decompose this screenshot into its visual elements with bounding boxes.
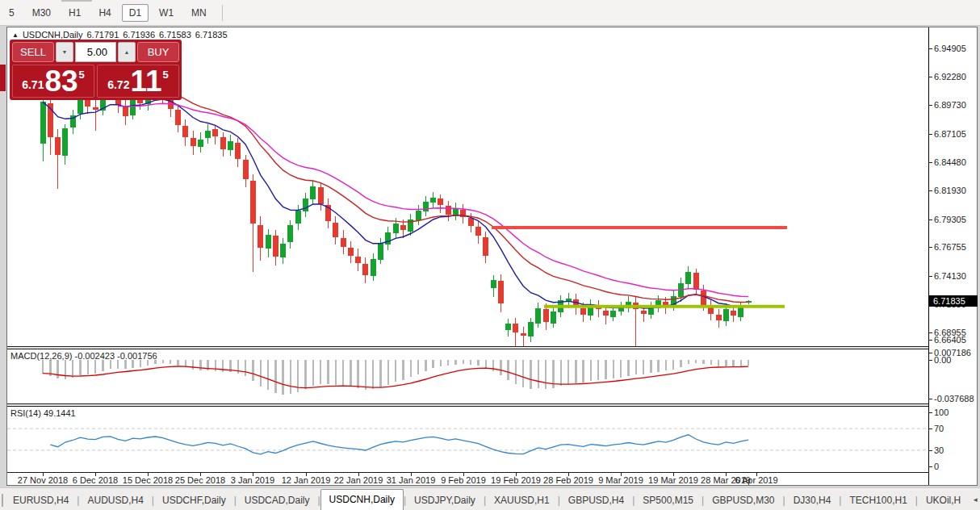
time-axis-label: 6 Dec 2018 <box>73 475 118 485</box>
price-tick <box>929 48 932 49</box>
price-tick <box>929 247 932 248</box>
ohlc-high: 6.71936 <box>123 30 155 40</box>
timeframe-button-m30[interactable]: M30 <box>25 4 58 22</box>
rsi-tick <box>929 450 932 451</box>
rsi-panel[interactable]: RSI(14) 49.1441 <box>7 407 928 472</box>
buy-price-big: 11 <box>130 68 161 95</box>
price-axis-label: 6.81930 <box>934 186 966 195</box>
chart-tab-tech100[interactable]: TECH100,H1 <box>841 491 915 510</box>
volume-increase-button[interactable]: ▲ <box>118 42 136 62</box>
spinner-down-icon: ▼ <box>62 49 68 55</box>
price-axis-label: 6.92280 <box>934 72 966 82</box>
chart-tab-usdchf[interactable]: USDCHF,Daily <box>154 491 234 510</box>
panel-splitter[interactable] <box>7 346 928 349</box>
buy-quote[interactable]: 6.72 11 5 <box>97 65 179 98</box>
chart-symbol-label: USDCNH,Daily <box>23 30 83 40</box>
volume-decrease-button[interactable]: ▼ <box>56 42 73 62</box>
toolbar-separator <box>222 5 223 21</box>
tab-scroll-buttons: ◄► <box>969 496 980 510</box>
macd-panel[interactable]: MACD(12,26,9) -0.002423 -0.001756 <box>7 349 928 403</box>
chart-tab-eurusd[interactable]: EURUSD,H4 <box>5 491 77 510</box>
chart-tab-dj30[interactable]: DJ30,H4 <box>785 491 840 510</box>
macd-axis-label: 0.00 <box>934 355 951 365</box>
chart-tab-sp500[interactable]: SP500,M15 <box>634 491 701 510</box>
time-axis-label: 9 Feb 2019 <box>441 475 486 485</box>
chart-tab-usdcad[interactable]: USDCAD,Daily <box>237 491 318 510</box>
macd-tick <box>929 399 932 399</box>
rsi-indicator-label: RSI(14) 49.1441 <box>10 408 76 418</box>
volume-input[interactable]: 5.00 <box>75 42 116 62</box>
background-window-fragment <box>0 65 6 91</box>
time-axis-label: 3 Jan 2019 <box>231 475 274 485</box>
ohlc-low: 6.71583 <box>159 30 191 40</box>
collapse-icon[interactable]: ▲ <box>12 31 19 39</box>
chart-tab-xauusd[interactable]: XAUUSD,H1 <box>486 491 558 510</box>
buy-price-sup: 5 <box>163 69 169 81</box>
timeframe-button-d1[interactable]: D1 <box>122 4 149 22</box>
spinner-up-icon: ▲ <box>124 49 130 55</box>
price-axis-label: 6.76755 <box>934 242 966 252</box>
tab-bar-grip <box>2 494 3 507</box>
price-axis[interactable]: 6.949056.922806.897306.871056.844806.819… <box>928 27 977 485</box>
price-axis-label: 6.84480 <box>934 157 966 167</box>
time-axis-label: 31 Jan 2019 <box>387 475 436 485</box>
timeframe-button-mn[interactable]: MN <box>184 4 214 22</box>
price-tick <box>929 219 932 220</box>
timeframe-button-5[interactable]: 5 <box>2 4 22 22</box>
chart-tab-gbpusd[interactable]: GBPUSD,H4 <box>560 491 632 510</box>
chart-tab-ukoil[interactable]: UKOil,H <box>918 491 969 510</box>
sell-button[interactable]: SELL <box>12 42 54 62</box>
price-tick <box>929 105 932 106</box>
panel-splitter[interactable] <box>7 403 928 407</box>
rsi-plot[interactable] <box>7 407 928 472</box>
time-axis[interactable]: 27 Nov 20186 Dec 201815 Dec 201825 Dec 2… <box>7 472 928 485</box>
chart-window[interactable]: ▲ USDCNH,Daily 6.71791 6.71936 6.71583 6… <box>6 27 978 486</box>
time-axis-label: 22 Jan 2019 <box>334 475 383 485</box>
price-tick <box>929 77 932 77</box>
time-axis-label: 19 Mar 2019 <box>648 475 698 485</box>
sell-price-big: 83 <box>44 68 77 95</box>
time-axis-label: 6 Apr 2019 <box>735 475 777 485</box>
price-axis-label: 6.66405 <box>934 335 966 345</box>
timeframe-button-w1[interactable]: W1 <box>152 4 181 22</box>
price-tick <box>929 190 932 191</box>
rsi-axis-label: 100 <box>934 408 949 417</box>
time-axis-label: 25 Dec 2018 <box>175 475 225 485</box>
chart-tab-usdcnh[interactable]: USDCNH,Daily <box>320 489 404 510</box>
sell-price-prefix: 6.71 <box>22 78 44 91</box>
price-axis-label: 6.87105 <box>934 129 966 139</box>
rsi-axis-label: 30 <box>934 445 944 455</box>
buy-button[interactable]: BUY <box>137 42 179 62</box>
one-click-trading-widget: SELL ▼ 5.00 ▲ BUY 6.71 83 5 6.72 11 5 <box>10 40 182 100</box>
sell-price-sup: 5 <box>79 69 85 81</box>
sell-quote[interactable]: 6.71 83 5 <box>12 65 94 98</box>
macd-tick <box>929 353 932 353</box>
tab-scroll-left-button[interactable]: ◄ <box>972 496 978 504</box>
rsi-tick <box>929 412 932 413</box>
chart-title-bar: ▲ USDCNH,Daily 6.71791 6.71936 6.71583 6… <box>12 30 228 40</box>
rsi-axis-label: 0 <box>934 462 939 471</box>
rsi-axis-label: 70 <box>934 424 944 433</box>
time-axis-label: 27 Nov 2018 <box>18 475 68 485</box>
timeframe-button-h4[interactable]: H4 <box>91 4 118 22</box>
timeframe-button-h1[interactable]: H1 <box>61 4 88 22</box>
price-tick <box>929 134 932 135</box>
chart-tab-bar: EURUSD,H4|AUDUSD,H4|USDCHF,Daily|USDCAD,… <box>0 487 980 510</box>
price-tick <box>929 162 932 163</box>
price-axis-label: 6.79305 <box>934 215 966 224</box>
rsi-tick <box>929 428 932 429</box>
macd-indicator-label: MACD(12,26,9) -0.002423 -0.001756 <box>10 351 157 361</box>
chart-tab-audusd[interactable]: AUDUSD,H4 <box>79 491 151 510</box>
toolbar-edge-fragment <box>61 0 92 2</box>
rsi-tick <box>929 466 932 467</box>
timeframe-toolbar: 5M30H1H4D1W1MN <box>0 0 980 26</box>
buy-price-prefix: 6.72 <box>107 78 129 91</box>
price-axis-label: 6.74130 <box>934 271 966 281</box>
chart-tab-usdjpy[interactable]: USDJPY,Daily <box>406 491 484 510</box>
current-price-tag: 6.71835 <box>929 295 978 307</box>
time-axis-label: 28 Feb 2019 <box>543 475 593 485</box>
macd-tick <box>929 360 932 361</box>
price-axis-label: 6.89730 <box>934 100 966 110</box>
time-axis-label: 12 Jan 2019 <box>282 475 331 485</box>
chart-tab-gbpusd[interactable]: GBPUSD,M30 <box>704 491 782 510</box>
